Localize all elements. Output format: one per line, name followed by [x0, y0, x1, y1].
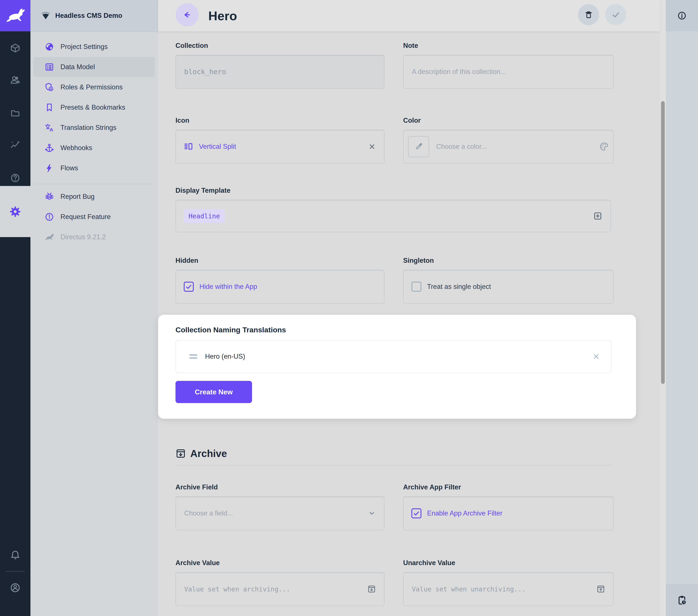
- checkbox-checked-icon[interactable]: [184, 282, 194, 292]
- bookmark-icon: [44, 102, 54, 112]
- data-model-icon: [44, 62, 54, 72]
- template-field-chip[interactable]: Headline: [184, 209, 225, 223]
- anchor-icon: [44, 143, 54, 153]
- globe-icon: [44, 42, 54, 52]
- notifications-button[interactable]: [0, 544, 30, 566]
- sidebar-item-roles-permissions[interactable]: Roles & Permissions: [33, 77, 155, 97]
- sidebar-item-request-feature[interactable]: Request Feature: [33, 207, 155, 227]
- folder-icon: [10, 108, 20, 118]
- singleton-checkbox-label: Treat as single object: [427, 283, 491, 291]
- sidebar-item-label: Presets & Bookmarks: [60, 104, 125, 111]
- module-insights-button[interactable]: [0, 134, 30, 156]
- color-swatch-button[interactable]: [408, 136, 429, 157]
- sidebar-divider: [35, 184, 154, 184]
- create-new-button[interactable]: Create New: [176, 381, 252, 403]
- archive-app-filter-toggle[interactable]: Enable App Archive Filter: [403, 496, 614, 530]
- color-field[interactable]: [436, 142, 599, 151]
- module-collections-button[interactable]: [0, 37, 30, 59]
- archive-divider: [176, 465, 612, 465]
- collection-label: Collection: [176, 42, 385, 50]
- save-button[interactable]: [605, 4, 626, 25]
- delete-button[interactable]: [578, 4, 599, 25]
- bell-icon: [10, 550, 20, 561]
- color-input[interactable]: [403, 129, 614, 164]
- unarchive-value-input[interactable]: [403, 572, 614, 606]
- sidebar-item-report-bug[interactable]: Report Bug: [33, 187, 155, 207]
- page-title: Hero: [208, 0, 237, 31]
- archive-filter-checkbox-label: Enable App Archive Filter: [427, 509, 502, 517]
- display-template-input[interactable]: Headline: [176, 200, 611, 232]
- sidebar-item-label: Report Bug: [60, 193, 95, 201]
- module-users-button[interactable]: [0, 69, 30, 91]
- sidebar-item-flows[interactable]: Flows: [33, 158, 155, 178]
- drag-handle-icon[interactable]: [190, 354, 197, 359]
- icon-input[interactable]: Vertical Split: [176, 129, 385, 164]
- archive-value-field[interactable]: [184, 585, 367, 593]
- eyedropper-icon: [414, 142, 423, 151]
- add-template-field-button[interactable]: [593, 211, 603, 221]
- users-icon: [10, 74, 20, 85]
- checkbox-unchecked-icon[interactable]: [411, 282, 421, 292]
- sidebar-item-presets-bookmarks[interactable]: Presets & Bookmarks: [33, 97, 155, 118]
- sidebar-item-label: Webhooks: [60, 144, 92, 152]
- palette-button[interactable]: [599, 142, 609, 151]
- scrollbar-thumb[interactable]: [661, 101, 665, 384]
- note-label: Note: [403, 42, 614, 50]
- archive-app-filter-label: Archive App Filter: [403, 483, 614, 491]
- archive-field-value[interactable]: [184, 509, 367, 518]
- translation-list-item[interactable]: Hero (en-US): [176, 340, 612, 373]
- note-input[interactable]: [403, 55, 614, 89]
- checkbox-checked-icon[interactable]: [411, 508, 421, 518]
- remove-translation-button[interactable]: [592, 352, 601, 361]
- bolt-icon: [44, 163, 54, 173]
- sidebar-item-data-model[interactable]: Data Model: [33, 57, 155, 77]
- palette-icon: [599, 142, 609, 151]
- module-help-button[interactable]: [0, 167, 30, 189]
- translations-heading: Collection Naming Translations: [176, 326, 286, 334]
- singleton-label: Singleton: [403, 257, 614, 264]
- close-icon: [592, 352, 601, 361]
- account-button[interactable]: [0, 577, 30, 599]
- sidebar-item-label: Translation Strings: [60, 124, 116, 132]
- archive-field-select[interactable]: [176, 496, 385, 530]
- module-settings-button-active[interactable]: [0, 186, 30, 237]
- info-sidebar-toggle[interactable]: [666, 0, 698, 31]
- unarchive-value-field[interactable]: [411, 585, 596, 593]
- archive-down-icon: [367, 585, 376, 593]
- help-icon: [10, 173, 20, 183]
- singleton-toggle[interactable]: Treat as single object: [403, 270, 614, 304]
- archive-value-input[interactable]: [176, 572, 385, 606]
- directus-version-rabbit-icon: [44, 232, 54, 242]
- trash-icon: [584, 10, 594, 19]
- module-files-button[interactable]: [0, 102, 30, 124]
- close-icon: [368, 142, 376, 151]
- directus-logo[interactable]: [0, 0, 30, 31]
- module-bar-divider: [6, 571, 25, 572]
- insights-icon: [10, 140, 20, 150]
- archive-icon: [176, 448, 186, 459]
- revisions-toggle[interactable]: [666, 584, 698, 616]
- icon-label: Icon: [176, 117, 385, 124]
- sidebar-item-label: Data Model: [60, 63, 95, 71]
- sidebar-item-project-settings[interactable]: Project Settings: [33, 37, 155, 57]
- clear-icon-button[interactable]: [368, 142, 376, 151]
- cube-icon: [10, 43, 20, 53]
- translation-item-label: Hero (en-US): [205, 353, 245, 360]
- collection-naming-translations-card: Collection Naming Translations Hero (en-…: [158, 315, 636, 419]
- note-field[interactable]: [411, 68, 605, 76]
- gear-icon: [9, 206, 21, 218]
- archive-section-heading: Archive: [176, 448, 227, 460]
- project-header[interactable]: Headless CMS Demo: [30, 0, 158, 32]
- archive-field-label: Archive Field: [176, 483, 385, 491]
- svg-text:A: A: [50, 127, 53, 133]
- rabbit-logo-icon: [5, 9, 26, 23]
- hidden-toggle[interactable]: Hide within the App: [176, 270, 385, 304]
- sidebar-item-translation-strings[interactable]: A Translation Strings: [33, 118, 155, 138]
- collection-input[interactable]: [176, 55, 385, 89]
- arrow-left-icon: [182, 10, 192, 20]
- sidebar-item-label: Roles & Permissions: [60, 83, 123, 91]
- sidebar-item-webhooks[interactable]: Webhooks: [33, 138, 155, 158]
- bug-icon: [44, 192, 54, 202]
- unarchive-up-icon: [596, 585, 605, 593]
- back-button[interactable]: [176, 3, 199, 26]
